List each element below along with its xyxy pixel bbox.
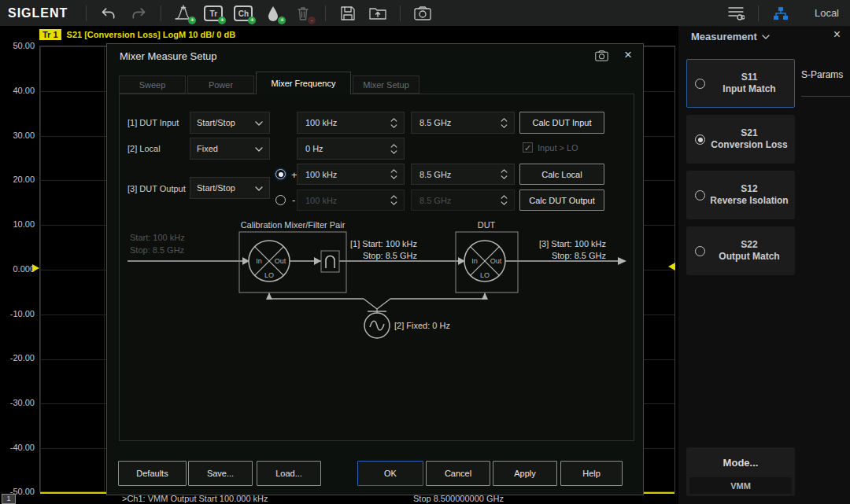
lo-plus-radio[interactable] bbox=[275, 169, 286, 179]
screenshot-icon[interactable] bbox=[412, 4, 433, 23]
apply-button[interactable]: Apply bbox=[493, 461, 557, 486]
y-axis-tick: 10.00 bbox=[0, 219, 35, 229]
y-axis-tick: 20.00 bbox=[0, 175, 35, 184]
measurement-card-s11[interactable]: S11Input Match bbox=[686, 59, 795, 108]
cal-mixer-title: Calibration Mixer/Filter Pair bbox=[241, 220, 346, 230]
stage1-start-label: [1] Start: 100 kHz bbox=[350, 239, 417, 248]
trace-info-bar[interactable]: Tr 1 S21 [Conversion Loss] LogM 10 dB/ 0… bbox=[39, 29, 235, 40]
dut-input-start-field[interactable]: 100 kHz bbox=[297, 112, 405, 134]
stage3-stop-label: Stop: 8.5 GHz bbox=[552, 251, 606, 260]
trace-badge[interactable]: Tr 1 bbox=[39, 29, 61, 40]
measurement-card-s12[interactable]: S12Reverse Isolation bbox=[686, 171, 795, 219]
filter-symbol bbox=[321, 251, 339, 272]
spinner-icon[interactable] bbox=[501, 118, 508, 128]
help-button[interactable]: Help bbox=[560, 461, 623, 486]
add-trace-curve-icon[interactable]: + bbox=[173, 4, 194, 23]
chevron-down-icon bbox=[255, 118, 263, 127]
add-channel-icon[interactable]: Ch + bbox=[233, 4, 253, 23]
undo-icon[interactable] bbox=[98, 4, 119, 23]
y-axis-tick: 0.000 bbox=[0, 264, 35, 274]
chevron-down-icon bbox=[762, 35, 770, 39]
measurement-card-s22[interactable]: S22Output Match bbox=[686, 226, 795, 275]
y-axis-tick: -30.00 bbox=[0, 398, 35, 407]
sparams-divider bbox=[801, 96, 850, 97]
save-button[interactable]: Save... bbox=[188, 461, 253, 486]
mixer-frequency-panel: [1] DUT Input Start/Stop 100 kHz 8.5 GHz… bbox=[119, 94, 634, 441]
toolbar-separator bbox=[86, 6, 87, 21]
tab-sweep[interactable]: Sweep bbox=[119, 75, 186, 94]
load-button[interactable]: Load... bbox=[257, 461, 321, 486]
mixer-measure-setup-dialog: Mixer Measure Setup × Sweep Power Mixer … bbox=[106, 43, 644, 495]
system-setup-icon[interactable] bbox=[726, 4, 746, 23]
input-gt-lo-checkbox[interactable]: ✓ Input > LO bbox=[523, 142, 578, 153]
tab-mixer-frequency[interactable]: Mixer Frequency bbox=[256, 72, 351, 94]
s12-radio[interactable] bbox=[695, 190, 705, 200]
save-icon[interactable] bbox=[338, 4, 358, 23]
sidebar-title[interactable]: Measurement bbox=[691, 31, 770, 42]
stage3-start-label: [3] Start: 100 kHz bbox=[539, 239, 606, 248]
spinner-icon[interactable] bbox=[390, 118, 397, 128]
open-icon[interactable] bbox=[368, 4, 388, 23]
y-axis-tick: -20.00 bbox=[0, 353, 35, 362]
s21-radio[interactable] bbox=[695, 134, 705, 145]
add-marker-icon[interactable]: + bbox=[263, 4, 283, 23]
add-trace-icon[interactable]: Tr + bbox=[203, 4, 224, 23]
spinner-icon bbox=[501, 195, 508, 205]
channel-badge[interactable]: 1 bbox=[2, 494, 16, 504]
mixer-out-label: Out bbox=[490, 257, 502, 265]
spinner-icon[interactable] bbox=[390, 169, 397, 179]
mode-button[interactable]: Mode... VMM bbox=[686, 447, 795, 496]
local-stop-field-disabled: 8.5 GHz bbox=[411, 189, 515, 211]
sparams-group-label[interactable]: S-Params bbox=[801, 69, 843, 80]
tab-mixer-setup[interactable]: Mixer Setup bbox=[353, 75, 419, 94]
plus-badge: + bbox=[278, 17, 286, 24]
top-toolbar: SIGLENT + Tr + Ch + + - bbox=[0, 0, 850, 26]
checkbox-check-icon: ✓ bbox=[523, 142, 533, 153]
calc-dut-output-button[interactable]: Calc DUT Output bbox=[519, 189, 604, 211]
toolbar-separator bbox=[161, 6, 161, 21]
dut-input-stop-field[interactable]: 8.5 GHz bbox=[411, 112, 515, 134]
plus-badge: + bbox=[188, 17, 196, 24]
minus-sign-label: - bbox=[292, 194, 295, 206]
chevron-down-icon bbox=[255, 183, 263, 193]
s22-radio[interactable] bbox=[695, 246, 705, 256]
calc-dut-input-button[interactable]: Calc DUT Input bbox=[519, 112, 604, 134]
sidebar-close-icon[interactable]: × bbox=[833, 28, 841, 42]
toolbar-separator bbox=[325, 6, 326, 21]
dialog-screenshot-icon[interactable] bbox=[595, 50, 608, 64]
mixer-lo-label: LO bbox=[264, 271, 274, 279]
mixer-out-label: Out bbox=[275, 257, 286, 265]
dut-output-mode-dropdown[interactable]: Start/Stop bbox=[190, 177, 270, 199]
plus-badge: + bbox=[248, 17, 256, 24]
ok-button[interactable]: OK bbox=[357, 461, 423, 486]
dialog-title: Mixer Measure Setup bbox=[120, 50, 217, 62]
local-start-field[interactable]: 100 kHz bbox=[297, 164, 405, 185]
mixer-diagram: Start: 100 kHz Stop: 8.5 GHz Calibration… bbox=[120, 216, 635, 354]
dut-title: DUT bbox=[478, 220, 496, 230]
local-stop-field[interactable]: 8.5 GHz bbox=[411, 164, 515, 185]
calc-local-button[interactable]: Calc Local bbox=[519, 164, 604, 185]
toolbar-separator bbox=[758, 6, 759, 21]
lo-minus-radio[interactable] bbox=[275, 195, 286, 205]
lo-fixed-label: [2] Fixed: 0 Hz bbox=[394, 321, 450, 330]
redo-icon[interactable] bbox=[128, 4, 149, 23]
diagram-input-stop: Stop: 8.5 GHz bbox=[130, 245, 184, 255]
local-status-label[interactable]: Local bbox=[815, 7, 839, 19]
lan-icon[interactable] bbox=[771, 4, 791, 23]
dialog-close-icon[interactable]: × bbox=[624, 47, 632, 63]
defaults-button[interactable]: Defaults bbox=[118, 461, 187, 486]
cancel-button[interactable]: Cancel bbox=[426, 461, 490, 486]
spinner-icon[interactable] bbox=[390, 144, 397, 154]
measurement-sidebar: Measurement × S11Input Match S-Params S2… bbox=[678, 26, 850, 504]
spinner-icon[interactable] bbox=[501, 169, 508, 179]
dut-input-mode-dropdown[interactable]: Start/Stop bbox=[190, 112, 270, 134]
local-value-field[interactable]: 0 Hz bbox=[297, 138, 405, 160]
tab-power[interactable]: Power bbox=[187, 75, 254, 94]
measurement-card-s21[interactable]: S21Conversion Loss bbox=[686, 115, 795, 164]
s11-radio[interactable] bbox=[695, 79, 705, 89]
delete-icon[interactable]: - bbox=[293, 4, 313, 23]
local-mode-dropdown[interactable]: Fixed bbox=[190, 138, 270, 160]
local-start-field-disabled: 100 kHz bbox=[297, 189, 405, 211]
ref-level-marker-right bbox=[668, 263, 675, 270]
trace-info-text: S21 [Conversion Loss] LogM 10 dB/ 0 dB bbox=[67, 30, 236, 39]
